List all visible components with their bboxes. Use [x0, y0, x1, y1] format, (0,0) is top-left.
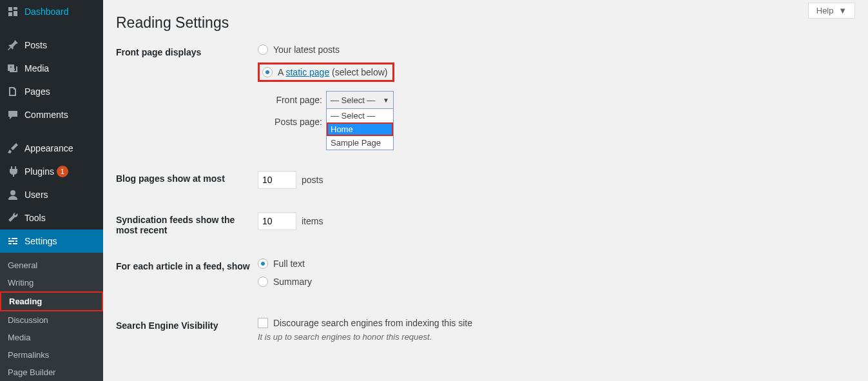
sidebar-label: Plugins [24, 166, 54, 177]
plugin-icon [6, 165, 19, 178]
users-icon [6, 188, 19, 201]
sidebar-item-dashboard[interactable]: Dashboard [0, 0, 103, 23]
radio-label: Full text [273, 259, 305, 269]
checkbox-icon [258, 318, 268, 328]
dropdown-opt-home[interactable]: Home [327, 122, 393, 136]
posts-page-select-label: Posts page: [271, 117, 322, 127]
sidebar-item-plugins[interactable]: Plugins 1 [0, 160, 103, 183]
comments-icon [6, 108, 19, 121]
brush-icon [6, 142, 19, 155]
submenu-permalinks[interactable]: Permalinks [0, 346, 103, 364]
seo-checkbox-row[interactable]: Discourage search engines from indexing … [258, 318, 855, 328]
dropdown-opt-sample[interactable]: Sample Page [327, 136, 393, 150]
wrench-icon [6, 211, 19, 224]
sidebar-item-media[interactable]: Media [0, 57, 103, 80]
radio-static-page[interactable]: A static page (select below) [262, 67, 387, 77]
plugins-badge: 1 [57, 166, 68, 177]
sidebar-item-users[interactable]: Users [0, 183, 103, 206]
chevron-down-icon: ▼ [838, 6, 847, 15]
blog-pages-input[interactable] [258, 171, 296, 189]
chevron-down-icon: ▼ [383, 97, 389, 104]
sidebar-label: Tools [24, 213, 46, 223]
sidebar-item-comments[interactable]: Comments [0, 103, 103, 126]
radio-icon [258, 277, 268, 287]
page-title: Reading Settings [116, 14, 855, 32]
checkbox-label: Discourage search engines from indexing … [273, 318, 472, 328]
radio-icon [258, 259, 268, 269]
radio-label: A static page (select below) [278, 67, 387, 77]
static-page-link[interactable]: static page [285, 67, 329, 77]
help-label: Help [816, 6, 834, 15]
front-page-select-label: Front page: [271, 95, 322, 105]
front-page-dropdown: — Select — Home Sample Page [326, 108, 394, 150]
sidebar-item-appearance[interactable]: Appearance [0, 137, 103, 160]
submenu-media[interactable]: Media [0, 329, 103, 346]
dropdown-opt-select[interactable]: — Select — [327, 109, 393, 122]
sliders-icon [6, 235, 19, 248]
sidebar-label: Pages [24, 86, 50, 97]
dashboard-icon [6, 5, 19, 18]
radio-icon [258, 44, 268, 55]
sidebar-item-settings[interactable]: Settings [0, 230, 103, 253]
syndication-label: Syndication feeds show the most recent [116, 212, 258, 235]
main-content: Help ▼ Reading Settings Front page displ… [103, 0, 868, 381]
sidebar-item-posts[interactable]: Posts [0, 34, 103, 57]
feed-article-label: For each article in a feed, show [116, 259, 258, 271]
sidebar-label: Appearance [24, 143, 73, 153]
submenu-general[interactable]: General [0, 257, 103, 274]
seo-note: It is up to search engines to honor this… [258, 332, 855, 342]
radio-label: Your latest posts [273, 44, 340, 55]
seo-label: Search Engine Visibility [116, 318, 258, 331]
radio-full-text[interactable]: Full text [258, 259, 855, 269]
sidebar-item-pages[interactable]: Pages [0, 80, 103, 103]
pin-icon [6, 39, 19, 52]
radio-latest-posts[interactable]: Your latest posts [258, 44, 855, 55]
media-icon [6, 62, 19, 75]
radio-icon [262, 67, 273, 77]
settings-submenu: General Writing Reading Discussion Media… [0, 253, 103, 381]
submenu-writing[interactable]: Writing [0, 274, 103, 291]
pages-icon [6, 85, 19, 98]
blog-pages-suffix: posts [302, 175, 323, 185]
sidebar-label: Settings [24, 236, 57, 246]
front-page-select[interactable]: — Select — ▼ [326, 91, 394, 109]
blog-pages-label: Blog pages show at most [116, 171, 258, 184]
submenu-reading[interactable]: Reading [0, 291, 103, 311]
help-tab[interactable]: Help ▼ [808, 3, 855, 19]
front-displays-label: Front page displays [116, 44, 258, 57]
admin-sidebar: Dashboard Posts Media Pages Comments App… [0, 0, 103, 381]
syndication-input[interactable] [258, 212, 296, 230]
sidebar-label: Dashboard [24, 6, 69, 17]
radio-summary[interactable]: Summary [258, 277, 855, 287]
sidebar-label: Posts [24, 40, 47, 50]
submenu-page-builder[interactable]: Page Builder [0, 364, 103, 381]
sidebar-label: Media [24, 63, 49, 73]
sidebar-label: Users [24, 190, 48, 200]
radio-label: Summary [273, 277, 312, 287]
syndication-suffix: items [302, 216, 323, 226]
sidebar-item-tools[interactable]: Tools [0, 206, 103, 230]
sidebar-label: Comments [24, 110, 68, 120]
submenu-discussion[interactable]: Discussion [0, 311, 103, 329]
select-value: — Select — [331, 95, 375, 105]
